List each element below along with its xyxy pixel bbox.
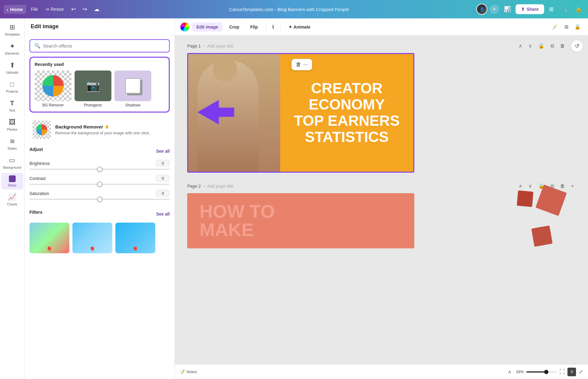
info-button[interactable]: ℹ bbox=[270, 22, 277, 32]
filter-3[interactable]: 🎈 bbox=[115, 223, 155, 253]
saturation-thumb[interactable] bbox=[97, 197, 103, 202]
banner-1[interactable]: 🗑 ··· CREATORECONOMYTOP EARNERSSTATISTIC… bbox=[187, 53, 414, 173]
crop-button[interactable]: Crop bbox=[225, 22, 244, 32]
banner-2-title: HOW TOMAKE bbox=[199, 202, 275, 239]
cloud-save-button[interactable]: ☁ bbox=[91, 4, 102, 14]
sidebar-item-uploads[interactable]: ⬆ Uploads bbox=[1, 59, 23, 77]
sidebar-item-text[interactable]: T Text bbox=[1, 97, 23, 115]
zoom-slider-fill bbox=[526, 371, 545, 373]
expand-button[interactable]: ⤢ bbox=[578, 369, 583, 375]
steps-icon bbox=[9, 175, 16, 182]
sidebar-item-photos[interactable]: 🖼 Photos bbox=[1, 116, 23, 134]
sidebar-item-steps[interactable]: Steps bbox=[1, 173, 23, 190]
search-input[interactable] bbox=[43, 43, 165, 48]
bg-remover-row[interactable]: Background Remover ♛ Remove the backgrou… bbox=[29, 117, 170, 142]
avatar[interactable]: 👤 bbox=[476, 4, 487, 15]
page-2-up[interactable]: ∧ bbox=[517, 182, 524, 190]
notes-icon: 📝 bbox=[180, 369, 185, 374]
saturation-row: Saturation 0 bbox=[29, 190, 170, 200]
banner-2[interactable]: HOW TOMAKE bbox=[187, 193, 414, 248]
scroll-up-button[interactable]: ∧ bbox=[506, 368, 513, 376]
bg-remover-info: Background Remover ♛ Remove the backgrou… bbox=[55, 124, 167, 135]
page-2-add[interactable]: + bbox=[569, 182, 576, 190]
refresh-button[interactable]: ↺ bbox=[571, 40, 583, 52]
redo-button[interactable]: ↪ bbox=[80, 4, 90, 14]
home-button[interactable]: ‹ Home bbox=[4, 5, 26, 14]
brightness-value: 0 bbox=[156, 160, 170, 167]
grid-toggle-button[interactable]: ⊞ bbox=[562, 22, 571, 32]
sidebar-item-charts[interactable]: 📈 Charts bbox=[1, 191, 23, 209]
edit-panel: Edit image 🔍 Recently used BG Remover bbox=[25, 18, 175, 379]
add-collaborator-button[interactable]: + bbox=[490, 5, 499, 14]
filter-1[interactable]: 🎈 bbox=[29, 223, 69, 253]
sidebar-item-projects[interactable]: □ Projects bbox=[1, 78, 23, 96]
zoom-slider-thumb[interactable] bbox=[544, 370, 548, 374]
saturation-value: 0 bbox=[156, 190, 170, 197]
share-button[interactable]: ⬆ Share bbox=[516, 4, 544, 14]
notes-button[interactable]: 📝 Notes bbox=[180, 369, 197, 374]
templates-icon: ⊞ bbox=[10, 23, 15, 31]
effect-item-bg-remover[interactable]: BG Remover bbox=[35, 71, 72, 107]
share-icon: ⬆ bbox=[521, 7, 525, 12]
sidebar-item-elements[interactable]: ✦ Elements bbox=[1, 40, 23, 58]
canvas-scroll[interactable]: Page 1 - Add page title ∧ ∨ 🔒 ⧉ 🗑 + bbox=[175, 36, 588, 364]
animate-button[interactable]: ✦ Animate bbox=[284, 22, 315, 32]
filters-title: Filters bbox=[29, 210, 42, 215]
search-icon: 🔍 bbox=[34, 43, 41, 49]
page-2-container: Page 2 - Add page title ∧ ∨ 🔒 ⧉ 🗑 + HOW … bbox=[187, 182, 576, 248]
effect-item-photogenic[interactable]: 📷 Photogenic bbox=[75, 71, 111, 107]
fullscreen-button[interactable]: ⛶ bbox=[559, 369, 565, 375]
brightness-row: Brightness 0 bbox=[29, 160, 170, 170]
grid-view-button[interactable]: ⊞ bbox=[547, 4, 556, 14]
zoom-slider[interactable] bbox=[526, 371, 557, 373]
templates-label: Templates bbox=[4, 33, 20, 36]
lock-canvas-button[interactable]: 🔒 bbox=[572, 22, 583, 32]
filters-see-all[interactable]: See all bbox=[156, 212, 170, 216]
analytics-button[interactable]: 📊 bbox=[501, 4, 513, 14]
uploads-icon: ⬆ bbox=[10, 61, 15, 69]
contrast-slider[interactable] bbox=[29, 184, 170, 185]
page-1-up[interactable]: ∧ bbox=[517, 42, 524, 50]
tools-button[interactable]: 🔧 bbox=[559, 4, 570, 14]
delete-element-button[interactable]: 🗑 bbox=[296, 61, 301, 68]
brightness-slider[interactable] bbox=[29, 169, 170, 170]
page-1-title[interactable]: Add page title bbox=[207, 44, 234, 48]
shadows-label: Shadows bbox=[125, 103, 140, 107]
filter-2[interactable]: 🎈 bbox=[72, 223, 112, 253]
resize-menu[interactable]: ⇔ Resize bbox=[43, 5, 67, 13]
sidebar-item-templates[interactable]: ⊞ Templates bbox=[1, 21, 23, 39]
animate-icon: ✦ bbox=[288, 25, 292, 29]
page-count-badge[interactable]: 9 bbox=[567, 368, 576, 376]
undo-button[interactable]: ↩ bbox=[69, 4, 78, 14]
filter-grid: 🎈 🎈 🎈 bbox=[29, 223, 170, 253]
page-2-delete[interactable]: 🗑 bbox=[558, 182, 567, 190]
canvas-area: Edit image Crop Flip ℹ ✦ Animate 🪄 ⊞ 🔒 P… bbox=[175, 18, 588, 379]
color-palette[interactable] bbox=[180, 22, 190, 32]
charts-label: Charts bbox=[7, 202, 17, 206]
saturation-slider[interactable] bbox=[29, 199, 170, 200]
flip-button[interactable]: Flip bbox=[246, 22, 262, 32]
adjust-see-all[interactable]: See all bbox=[156, 149, 170, 154]
zoom-level: 29% bbox=[516, 369, 524, 374]
sidebar-item-background[interactable]: ▭ Background bbox=[1, 154, 23, 172]
notes-label: Notes bbox=[187, 369, 197, 374]
file-menu[interactable]: File bbox=[28, 5, 41, 13]
page-2-title[interactable]: Add page title bbox=[207, 184, 234, 189]
contrast-thumb[interactable] bbox=[97, 182, 103, 187]
crown-icon: ♛ bbox=[105, 124, 109, 129]
brightness-thumb[interactable] bbox=[97, 167, 103, 172]
magic-wand-button[interactable]: 🪄 bbox=[550, 22, 561, 32]
page-1-down[interactable]: ∨ bbox=[527, 42, 534, 50]
sidebar-item-styles[interactable]: ≋ Styles bbox=[1, 135, 23, 153]
more-options-button[interactable]: ··· bbox=[303, 61, 308, 68]
page-1-lock[interactable]: 🔒 bbox=[536, 42, 546, 50]
page-1-duplicate[interactable]: ⧉ bbox=[549, 42, 556, 50]
edit-image-button[interactable]: Edit image bbox=[192, 22, 222, 32]
page-1-delete[interactable]: 🗑 bbox=[558, 42, 567, 50]
effect-item-shadows[interactable]: Shadows bbox=[114, 71, 151, 107]
lock-button[interactable]: 🔒 bbox=[573, 4, 584, 14]
page-2-down[interactable]: ∨ bbox=[527, 182, 534, 190]
projects-icon: □ bbox=[10, 80, 14, 88]
toolbar-divider-2 bbox=[280, 23, 280, 31]
search-box[interactable]: 🔍 bbox=[29, 39, 170, 52]
